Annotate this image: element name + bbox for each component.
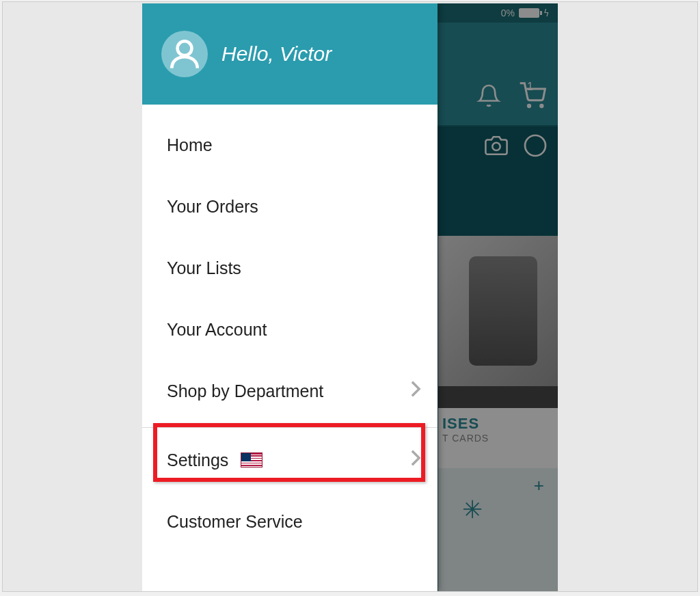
menu-item-settings[interactable]: Settings	[142, 429, 438, 491]
menu-item-your-account[interactable]: Your Account	[142, 299, 438, 360]
menu-label: Customer Service	[167, 512, 421, 532]
menu-item-your-lists[interactable]: Your Lists	[142, 237, 438, 299]
country-flag-us-icon	[241, 452, 262, 468]
menu-item-shop-by-department[interactable]: Shop by Department	[142, 360, 438, 422]
menu-item-your-orders[interactable]: Your Orders	[142, 176, 438, 237]
user-avatar-icon	[161, 31, 208, 77]
greeting-text: Hello, Victor	[221, 42, 332, 66]
menu-item-customer-service[interactable]: Customer Service	[142, 491, 438, 552]
menu-label: Your Lists	[167, 258, 421, 278]
drawer-menu-list: Home Your Orders Your Lists Your Account…	[142, 105, 438, 552]
drawer-header[interactable]: Hello, Victor	[142, 3, 438, 105]
svg-point-4	[178, 41, 192, 55]
menu-label: Your Orders	[167, 197, 421, 217]
chevron-right-icon	[410, 450, 421, 470]
phone-screen: ISES T CARDS ✳ + 0% ϟ	[142, 3, 558, 591]
menu-item-home[interactable]: Home	[142, 114, 438, 176]
navigation-drawer: Hello, Victor Home Your Orders Your List…	[142, 3, 438, 591]
menu-label: Shop by Department	[167, 381, 410, 401]
menu-label: Settings	[167, 450, 228, 470]
menu-label: Your Account	[167, 320, 421, 340]
chevron-right-icon	[410, 381, 421, 401]
menu-divider	[142, 427, 438, 428]
menu-label: Home	[167, 135, 421, 155]
